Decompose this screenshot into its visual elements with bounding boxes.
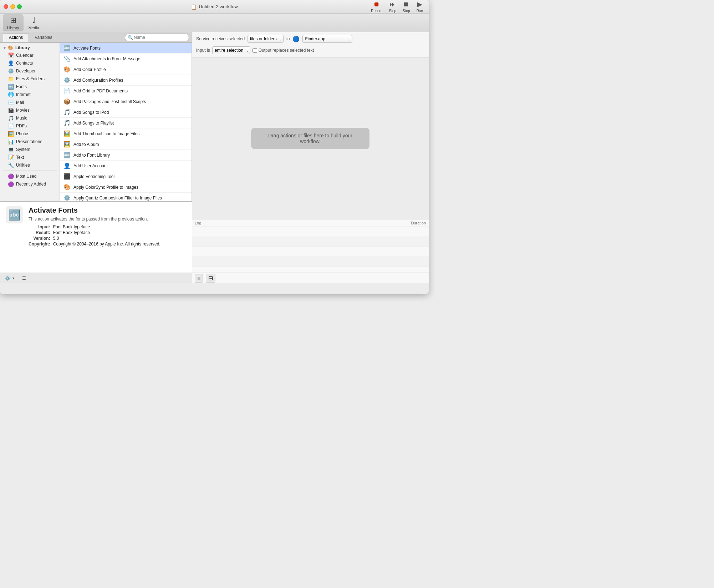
action-label-apply-colorsync: Apply ColorSync Profile to Images	[73, 185, 138, 190]
library-tool-button[interactable]: ⊞ Library	[3, 14, 24, 31]
input-meta-key: Input:	[29, 224, 50, 229]
title-bar: 📋 Untitled 2.workflow ⏺ Record ⏭ Step ⏹ …	[0, 0, 429, 14]
tab-actions[interactable]: Actions	[3, 33, 29, 42]
sidebar-item-fonts[interactable]: 🔤Fonts	[0, 83, 60, 91]
action-item-apply-quartz-comp[interactable]: ⚙️Apply Quartz Composition Filter to Ima…	[60, 193, 192, 201]
step-button[interactable]: ⏭ Step	[387, 0, 398, 14]
sidebar-item-mail[interactable]: ✉️Mail	[0, 98, 60, 106]
app-dropdown[interactable]: Finder.app Any Application	[302, 35, 352, 43]
output-replaces-checkbox[interactable]	[253, 48, 257, 53]
log-row-3	[192, 247, 429, 257]
log-split-view-button[interactable]: ⊟	[206, 274, 215, 283]
stop-label: Stop	[403, 9, 410, 13]
record-icon: ⏺	[373, 1, 380, 8]
action-icon-glyph: 🔤	[8, 209, 21, 221]
sidebar-item-recently-added[interactable]: 🟣Recently Added	[0, 180, 60, 188]
result-meta-key: Result:	[29, 230, 50, 235]
action-item-add-color-profile[interactable]: 🎨Add Color Profile	[60, 64, 192, 75]
right-panel: Service receives selected files or folde…	[192, 32, 429, 283]
sidebar-item-presentations[interactable]: 📊Presentations	[0, 138, 60, 146]
sidebar-item-music[interactable]: 🎵Music	[0, 114, 60, 122]
sidebar-item-internet[interactable]: 🌐Internet	[0, 91, 60, 98]
sidebar-item-icon-utilities: 🔧	[8, 162, 14, 168]
action-item-add-to-album[interactable]: 🖼️Add to Album	[60, 139, 192, 150]
result-meta-value: Font Book typeface	[53, 230, 186, 235]
sidebar-item-label-files-folders: Files & Folders	[16, 76, 45, 81]
action-item-apple-versioning[interactable]: ⬛Apple Versioning Tool	[60, 171, 192, 182]
sidebar-item-most-used[interactable]: 🟣Most Used	[0, 172, 60, 180]
action-icon-add-config-profiles: ⚙️	[63, 77, 71, 83]
action-item-add-songs-playlist[interactable]: 🎵Add Songs to Playlist	[60, 118, 192, 128]
action-label-add-thumbnail: Add Thumbnail Icon to Image Files	[73, 131, 139, 136]
sidebar-item-icon-calendar: 📅	[8, 52, 14, 58]
in-label: in	[286, 36, 290, 41]
chevron-down-icon: ▼	[3, 46, 6, 50]
sidebar-item-icon-developer: ⚙️	[8, 68, 14, 74]
record-button[interactable]: ⏺ Record	[369, 0, 384, 14]
sidebar-item-label-movies: Movies	[16, 108, 30, 113]
run-button[interactable]: ▶ Run	[414, 0, 425, 14]
maximize-button[interactable]	[17, 4, 22, 9]
sidebar-item-icon-text: 📝	[8, 154, 14, 160]
minimize-button[interactable]	[10, 4, 15, 9]
close-button[interactable]	[4, 4, 8, 9]
gear-menu-button[interactable]: ⚙️ ▼	[3, 275, 17, 282]
search-input[interactable]	[125, 34, 189, 41]
action-item-activate-fonts[interactable]: 🔤Activate Fonts	[60, 43, 192, 54]
sidebar-item-developer[interactable]: ⚙️Developer	[0, 67, 60, 75]
log-area: Log Duration ≡ ⊟	[192, 219, 429, 283]
sidebar-item-pdfs[interactable]: 📄PDFs	[0, 122, 60, 130]
action-item-add-grid-pdf[interactable]: 📄Add Grid to PDF Documents	[60, 86, 192, 96]
action-item-add-thumbnail[interactable]: 🖼️Add Thumbnail Icon to Image Files	[60, 128, 192, 139]
version-meta-value: 5.0	[53, 236, 186, 241]
workflow-canvas[interactable]: Drag actions or files here to build your…	[192, 57, 429, 219]
log-list-view-button[interactable]: ≡	[195, 274, 203, 283]
left-panel: Actions Variables 🔍 ▼ 🎨 Library 📅Calenda…	[0, 32, 192, 283]
action-icon-activate-fonts: 🔤	[63, 45, 71, 51]
media-tool-button[interactable]: ♩ Media	[24, 14, 44, 31]
sidebar-item-label-most-used: Most Used	[16, 174, 36, 179]
app-toolbar: ⊞ Library ♩ Media	[0, 14, 429, 32]
sidebar-item-utilities[interactable]: 🔧Utilities	[0, 161, 60, 169]
action-icon-add-songs-ipod: 🎵	[63, 109, 71, 116]
action-item-add-to-font-library[interactable]: 🔤Add to Font Library	[60, 150, 192, 161]
sidebar-item-label-fonts: Fonts	[16, 84, 27, 89]
action-icon-apple-versioning: ⬛	[63, 173, 71, 180]
sidebar-item-label-calendar: Calendar	[16, 53, 34, 58]
log-row-4	[192, 257, 429, 267]
action-detail-content: Activate Fonts This action activates the…	[29, 206, 186, 268]
drag-hint: Drag actions or files here to build your…	[251, 128, 369, 149]
copyright-meta-value: Copyright © 2004–2016 by Apple Inc. All …	[53, 242, 186, 247]
step-label: Step	[389, 9, 396, 13]
action-item-add-attachments[interactable]: 📎Add Attachments to Front Message	[60, 54, 192, 64]
sidebar-item-icon-movies: 🎬	[8, 107, 14, 113]
tab-variables[interactable]: Variables	[29, 34, 58, 41]
sidebar-item-contacts[interactable]: 👤Contacts	[0, 59, 60, 67]
log-col-duration: Duration	[408, 219, 429, 227]
sidebar-item-icon-fonts: 🔤	[8, 84, 14, 90]
action-item-add-user-account[interactable]: 👤Add User Account	[60, 161, 192, 171]
action-label-apply-quartz-comp: Apply Quartz Composition Filter to Image…	[73, 196, 162, 201]
action-label-add-to-font-library: Add to Font Library	[73, 153, 110, 158]
input-dropdown[interactable]: entire selection first item last item	[212, 46, 250, 54]
log-split-view-icon: ⊟	[208, 275, 213, 281]
sidebar-item-files-folders[interactable]: 📁Files & Folders	[0, 75, 60, 83]
action-item-add-packages[interactable]: 📦Add Packages and Post-Install Scripts	[60, 96, 192, 107]
list-view-button[interactable]: ☰	[20, 275, 28, 282]
log-row-1	[192, 227, 429, 237]
action-item-add-songs-ipod[interactable]: 🎵Add Songs to iPod	[60, 107, 192, 118]
sidebar-item-system[interactable]: 💻System	[0, 146, 60, 153]
output-replaces-label: Output replaces selected text	[253, 48, 314, 53]
action-item-apply-colorsync[interactable]: 🎨Apply ColorSync Profile to Images	[60, 182, 192, 193]
sidebar-item-photos[interactable]: 🖼️Photos	[0, 130, 60, 138]
sidebar-item-icon-pdfs: 📄	[8, 123, 14, 129]
tabs-row: Actions Variables 🔍	[0, 32, 192, 43]
files-dropdown[interactable]: files or folders text images no input	[248, 35, 284, 43]
sidebar-item-calendar[interactable]: 📅Calendar	[0, 51, 60, 59]
sidebar-item-text[interactable]: 📝Text	[0, 153, 60, 161]
sidebar-item-movies[interactable]: 🎬Movies	[0, 106, 60, 114]
action-list-scroll: 🔤Activate Fonts📎Add Attachments to Front…	[60, 43, 192, 201]
action-item-add-config-profiles[interactable]: ⚙️Add Configuration Profiles	[60, 75, 192, 86]
sidebar-section-library[interactable]: ▼ 🎨 Library	[0, 44, 60, 51]
stop-button[interactable]: ⏹ Stop	[401, 0, 412, 14]
